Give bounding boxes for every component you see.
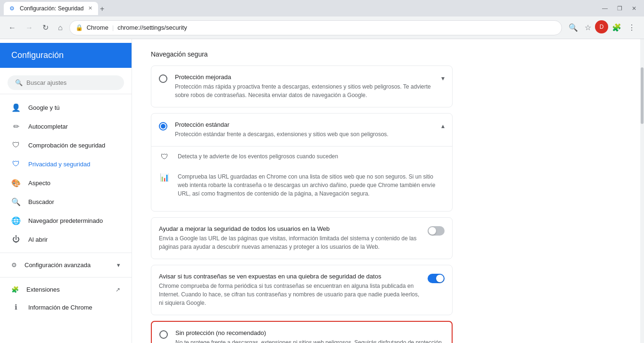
chevron-down-icon: ▾ <box>117 261 120 269</box>
external-link-icon: ↗ <box>116 286 120 293</box>
browser-icon: 🌐 <box>11 216 21 225</box>
palette-icon: 🎨 <box>11 178 21 188</box>
toggle-help-desc: Envía a Google las URL de las páginas qu… <box>159 234 420 251</box>
standard-expanded: 🛡 Detecta y te advierte de los eventos p… <box>151 146 452 211</box>
search-icon: 🔍 <box>11 197 21 206</box>
standard-title: Protección estándar <box>175 121 438 128</box>
scrollbar-thumb[interactable] <box>641 67 644 124</box>
no-protection-radio[interactable] <box>159 330 168 339</box>
enhanced-title: Protección mejorada <box>175 74 438 81</box>
feature-item-1: 🛡 Detecta y te advierte de los eventos p… <box>159 147 445 167</box>
standard-protection-card: Protección estándar Protección estándar … <box>151 113 453 212</box>
enhanced-chevron-icon: ▾ <box>441 74 445 82</box>
new-tab-button[interactable]: + <box>98 3 106 15</box>
bookmark-button[interactable]: ☆ <box>582 20 594 35</box>
maximize-button[interactable]: ❐ <box>613 3 626 14</box>
toggle-passwords-text: Avisar si tus contraseñas se ven expuest… <box>159 273 420 307</box>
sidebar-item-google[interactable]: 👤 Google y tú <box>0 98 132 117</box>
enhanced-protection-header[interactable]: Protección mejorada Protección más rápid… <box>151 66 452 107</box>
toggle-help-card: Ayudar a mejorar la seguridad de todos l… <box>151 217 453 259</box>
tab-title: Configuración: Seguridad <box>20 5 84 12</box>
sidebar-title: Configuración <box>0 43 132 68</box>
toggle-passwords-knob <box>436 275 444 282</box>
extensions-icon: 🧩 <box>11 286 19 293</box>
toggle-passwords-title: Avisar si tus contraseñas se ven expuest… <box>159 273 420 280</box>
standard-protection-header[interactable]: Protección estándar Protección estándar … <box>151 114 452 146</box>
edit-icon: ✏ <box>11 122 21 131</box>
sidebar-search-input[interactable] <box>26 79 116 86</box>
feature-text-1: Detecta y te advierte de los eventos pel… <box>178 152 445 161</box>
no-protection-header[interactable]: Sin protección (no recomendado) No te pr… <box>152 322 452 343</box>
power-icon: ⏻ <box>11 235 21 244</box>
url-lock-icon: 🔒 <box>75 24 83 31</box>
sidebar-label-seguridad: Comprobación de seguridad <box>28 142 105 149</box>
back-button[interactable]: ← <box>6 21 19 35</box>
scrollbar-track[interactable] <box>640 39 644 343</box>
close-button[interactable]: ✕ <box>628 3 640 14</box>
menu-button[interactable]: ⋮ <box>625 20 638 35</box>
sidebar-chrome-info-label: Información de Chrome <box>28 304 92 311</box>
sidebar-label-al-abrir: Al abrir <box>28 236 48 243</box>
toggle-help: Ayudar a mejorar la seguridad de todos l… <box>151 218 452 259</box>
sidebar-item-al-abrir[interactable]: ⏻ Al abrir <box>0 230 132 249</box>
toggle-passwords-desc: Chrome comprueba de forma periódica si t… <box>159 282 420 307</box>
sidebar: Configuración 🔍 👤 Google y tú ✏ Autocomp… <box>0 39 132 343</box>
active-tab[interactable]: ⚙ Configuración: Seguridad ✕ <box>4 2 98 15</box>
sidebar-item-chrome-info[interactable]: ℹ Información de Chrome <box>0 298 132 317</box>
sidebar-advanced-label: Configuración avanzada <box>25 261 91 269</box>
sidebar-label-autocompletar: Autocompletar <box>28 123 68 130</box>
tab-close-button[interactable]: ✕ <box>88 5 92 11</box>
sidebar-item-buscador[interactable]: 🔍 Buscador <box>0 192 132 211</box>
title-bar: ⚙ Configuración: Seguridad ✕ + — ❐ ✕ <box>0 0 644 16</box>
search-toolbar-button[interactable]: 🔍 <box>566 20 581 35</box>
toggle-help-text: Ayudar a mejorar la seguridad de todos l… <box>159 225 420 251</box>
security-check-icon: 🛡 <box>11 140 21 150</box>
shield-feature-icon: 🛡 <box>159 153 170 161</box>
chart-feature-icon: 📊 <box>159 173 170 182</box>
sidebar-advanced-section[interactable]: ⚙ Configuración avanzada ▾ <box>0 257 132 273</box>
profile-icon-button[interactable]: D <box>595 20 608 33</box>
content-inner: Navegación segura Protección mejorada Pr… <box>132 39 471 343</box>
content-area: Navegación segura Protección mejorada Pr… <box>132 39 640 343</box>
no-protection-card: Sin protección (no recomendado) No te pr… <box>151 321 453 343</box>
main-layout: Configuración 🔍 👤 Google y tú ✏ Autocomp… <box>0 39 644 343</box>
privacy-shield-icon: 🛡 <box>11 159 21 169</box>
toggle-help-title: Ayudar a mejorar la seguridad de todos l… <box>159 225 420 232</box>
enhanced-desc: Protección más rápida y proactiva frente… <box>175 82 438 99</box>
standard-radio[interactable] <box>159 122 167 131</box>
enhanced-radio[interactable] <box>159 74 167 83</box>
toggle-passwords-switch[interactable] <box>428 274 445 283</box>
enhanced-protection-card: Protección mejorada Protección más rápid… <box>151 65 453 107</box>
no-protection-desc: No te protege frente a descargas, extens… <box>175 338 444 343</box>
enhanced-content: Protección mejorada Protección más rápid… <box>175 74 438 99</box>
window-controls: — ❐ ✕ <box>598 3 640 14</box>
sidebar-item-privacidad[interactable]: 🛡 Privacidad y seguridad <box>0 155 132 173</box>
sidebar-item-autocompletar[interactable]: ✏ Autocompletar <box>0 117 132 136</box>
sidebar-item-navegador[interactable]: 🌐 Navegador predeterminado <box>0 211 132 230</box>
sidebar-label-navegador: Navegador predeterminado <box>28 217 103 224</box>
sidebar-item-seguridad[interactable]: 🛡 Comprobación de seguridad <box>0 136 132 155</box>
feature-text-2: Comprueba las URL guardadas en Chrome co… <box>178 172 445 198</box>
info-icon: ℹ <box>11 302 21 312</box>
forward-button[interactable]: → <box>23 21 36 35</box>
extension-button[interactable]: 🧩 <box>609 20 624 35</box>
reload-button[interactable]: ↻ <box>40 20 51 35</box>
standard-content: Protección estándar Protección estándar … <box>175 121 438 139</box>
feature-item-2: 📊 Comprueba las URL guardadas en Chrome … <box>159 167 445 204</box>
toggle-help-switch[interactable] <box>428 226 445 236</box>
minimize-button[interactable]: — <box>598 3 611 14</box>
home-button[interactable]: ⌂ <box>55 21 66 35</box>
sidebar-label-google: Google y tú <box>28 104 60 111</box>
toggle-passwords-card: Avisar si tus contraseñas se ven expuest… <box>151 265 453 315</box>
sidebar-label-buscador: Buscador <box>28 198 54 205</box>
sidebar-item-aspecto[interactable]: 🎨 Aspecto <box>0 173 132 192</box>
url-bar[interactable]: 🔒 Chrome | chrome://settings/security <box>69 20 562 35</box>
tab-bar: ⚙ Configuración: Seguridad ✕ + <box>4 2 594 15</box>
section-title: Navegación segura <box>151 50 453 58</box>
toolbar-icons: 🔍 ☆ D 🧩 ⋮ <box>566 20 638 35</box>
sidebar-item-extensions[interactable]: 🧩 Extensiones ↗ <box>0 281 132 298</box>
sidebar-extensions-label: Extensiones <box>26 286 60 293</box>
url-separator: | <box>112 24 114 31</box>
toggle-passwords: Avisar si tus contraseñas se ven expuest… <box>151 265 452 315</box>
settings-tab-icon: ⚙ <box>9 5 16 12</box>
